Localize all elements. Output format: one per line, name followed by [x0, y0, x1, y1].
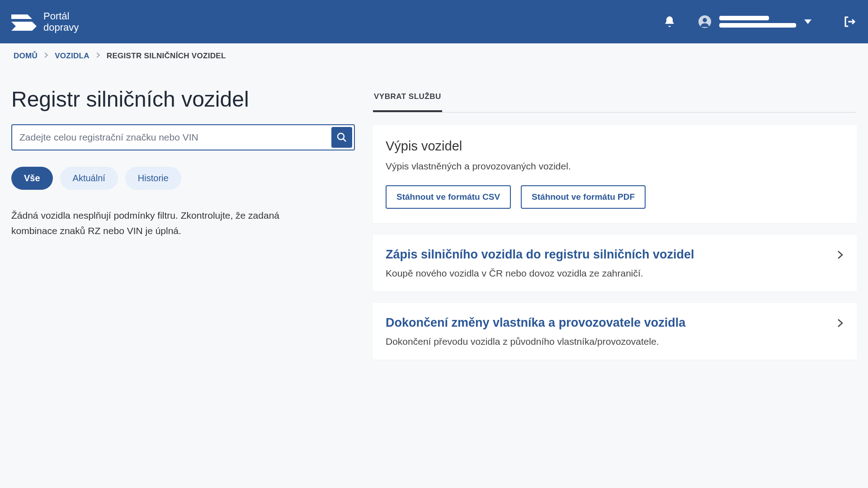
svg-point-4	[338, 133, 344, 140]
chevron-right-icon	[837, 318, 844, 328]
export-card-title: Výpis vozidel	[386, 139, 844, 154]
filter-pills: Vše Aktuální Historie	[11, 167, 355, 190]
service-title: Dokončení změny vlastníka a provozovatel…	[386, 316, 837, 330]
app-header: Portál dopravy	[0, 0, 868, 43]
tab-select-service[interactable]: VYBRAT SLUŽBU	[373, 92, 442, 112]
filter-all[interactable]: Vše	[11, 167, 53, 190]
service-title: Zápis silničního vozidla do registru sil…	[386, 248, 837, 262]
breadcrumb: DOMŮ VOZIDLA REGISTR SILNIČNÍCH VOZIDEL	[0, 43, 868, 69]
search-input[interactable]	[12, 125, 330, 150]
svg-line-5	[343, 139, 346, 141]
brand-logo[interactable]: Portál dopravy	[11, 10, 79, 33]
svg-point-3	[703, 18, 707, 22]
user-menu[interactable]	[698, 15, 811, 28]
page-title: Registr silničních vozidel	[11, 87, 355, 112]
service-desc: Koupě nového vozidla v ČR nebo dovoz voz…	[386, 268, 837, 279]
service-card-register-vehicle[interactable]: Zápis silničního vozidla do registru sil…	[373, 235, 857, 291]
filter-current[interactable]: Aktuální	[60, 167, 118, 190]
chevron-right-icon	[96, 52, 100, 61]
chevron-right-icon	[44, 52, 48, 61]
empty-results-message: Žádná vozidla nesplňují podmínky filtru.…	[11, 208, 328, 238]
export-card: Výpis vozidel Výpis vlastněných a provoz…	[373, 125, 857, 223]
svg-marker-0	[11, 14, 32, 19]
service-desc: Dokončení převodu vozidla z původního vl…	[386, 336, 837, 347]
export-card-subtitle: Výpis vlastněných a provozovaných vozide…	[386, 161, 844, 172]
download-csv-button[interactable]: Stáhnout ve formátu CSV	[386, 185, 511, 209]
service-tabbar: VYBRAT SLUŽBU	[373, 92, 857, 113]
user-name-redacted	[719, 16, 796, 28]
service-card-finish-owner-change[interactable]: Dokončení změny vlastníka a provozovatel…	[373, 303, 857, 360]
download-pdf-button[interactable]: Stáhnout ve formátu PDF	[521, 185, 646, 209]
svg-marker-1	[11, 22, 37, 31]
brand-logo-icon	[11, 13, 37, 31]
filter-history[interactable]: Historie	[125, 167, 181, 190]
brand-text: Portál dopravy	[43, 10, 79, 33]
notifications-bell-icon[interactable]	[663, 15, 676, 28]
breadcrumb-vehicles[interactable]: VOZIDLA	[55, 52, 90, 61]
breadcrumb-current: REGISTR SILNIČNÍCH VOZIDEL	[107, 52, 226, 61]
brand-line2: dopravy	[43, 22, 79, 33]
brand-line1: Portál	[43, 10, 79, 22]
avatar-icon	[698, 15, 711, 28]
breadcrumb-home[interactable]: DOMŮ	[14, 52, 38, 61]
chevron-down-icon	[804, 19, 811, 24]
search-icon	[336, 132, 347, 143]
logout-icon[interactable]	[843, 15, 857, 28]
search-button[interactable]	[331, 127, 352, 148]
chevron-right-icon	[837, 249, 844, 260]
search-field-wrap	[11, 124, 355, 150]
